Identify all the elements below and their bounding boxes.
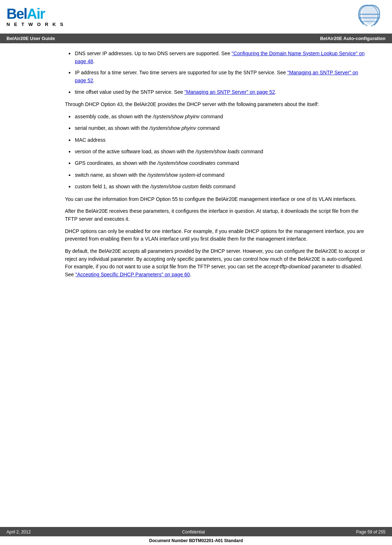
cmd-custom-fields: /system/show custom fields	[150, 184, 212, 189]
para-dhcp-option43: Through DHCP Option 43, the BelAir20E pr…	[65, 101, 370, 109]
bullet-assembly-after: command	[199, 114, 223, 119]
footer-bar: April 2, 2012 Confidential Page 59 of 25…	[0, 528, 392, 536]
bullet-custom-before: custom field 1, as shown with the	[75, 184, 150, 189]
para-dhcp-one-interface: DHCP options can only be enabled for one…	[65, 228, 370, 243]
para5-mid: parameter to	[310, 264, 342, 269]
bullet-list-top: DNS server IP addresses. Up to two DNS s…	[65, 50, 370, 96]
bullet-gps-after: command	[215, 160, 239, 166]
bullet-custom-after: command	[212, 184, 235, 189]
list-item: time offset value used by the SNTP servi…	[65, 88, 370, 96]
list-item: version of the active software load, as …	[65, 148, 370, 156]
list-item-content: IP address for a time server. Two time s…	[75, 69, 370, 84]
cmd-phyinv-2: /system/show phyinv	[150, 125, 196, 131]
list-item: custom field 1, as shown with the /syste…	[65, 183, 370, 191]
svg-rect-1	[358, 17, 380, 18]
para-by-default: By default, the BelAir20E accepts all pa…	[65, 247, 370, 279]
para5-end: .	[190, 272, 191, 277]
cmd-phyinv-1: /system/show phyinv	[153, 114, 199, 119]
list-item: IP address for a time server. Two time s…	[65, 69, 370, 84]
bullet-text-1-after: .	[93, 58, 94, 64]
page-header: BelAir N E T W O R K S	[0, 0, 392, 32]
cmd-coordinates: /system/show coordinates	[157, 160, 215, 166]
bullet-text-3-before: time offset value used by the SNTP servi…	[75, 89, 185, 95]
cmd-disabled: disabled	[342, 264, 361, 269]
para-after-receive: After the BelAir20E receives these param…	[65, 207, 370, 223]
bullet-assembly-before: assembly code, as shown with the	[75, 114, 153, 119]
footer-doc-number: Document Number BDTM02201-A01 Standard	[0, 536, 392, 545]
bullet-list-mid: assembly code, as shown with the /system…	[65, 113, 370, 191]
list-item-content: time offset value used by the SNTP servi…	[75, 88, 370, 96]
bullet-mac: MAC address	[75, 137, 106, 143]
title-bar: BelAir20E User Guide BelAir20E Auto-conf…	[0, 34, 392, 43]
footer-page-info: Page 59 of 255	[356, 529, 386, 535]
cmd-loads: /system/show loads	[195, 149, 239, 154]
bullet-text-2-before: IP address for a time server. Two time s…	[75, 70, 287, 75]
bullet-text-1-before: DNS server IP addresses. Up to two DNS s…	[75, 50, 232, 56]
doc-number-text: Document Number BDTM02201-A01 Standard	[149, 538, 243, 543]
page-footer: April 2, 2012 Confidential Page 59 of 25…	[0, 527, 392, 545]
bullet-text-2-after: .	[93, 78, 94, 83]
svg-rect-0	[360, 14, 379, 15]
logo-networks: N E T W O R K S	[6, 22, 65, 27]
bullet-switch-after: command	[201, 172, 224, 178]
bullet-serial-before: serial number, as shown with the	[75, 125, 150, 131]
belair-logo: BelAir N E T W O R K S	[6, 6, 65, 27]
link-accepting-dhcp[interactable]: "Accepting Specific DHCP Parameters" on …	[75, 272, 190, 277]
para-dhcp-option55: You can use the information from DHCP Op…	[65, 195, 370, 203]
footer-confidential: Confidential	[182, 529, 205, 535]
footer-date: April 2, 2012	[6, 529, 31, 535]
list-item: DNS server IP addresses. Up to two DNS s…	[65, 50, 370, 65]
list-item: MAC address	[65, 136, 370, 144]
left-title: BelAir20E User Guide	[6, 36, 55, 41]
list-item-content: DNS server IP addresses. Up to two DNS s…	[75, 50, 370, 65]
bullet-version-after: command	[239, 149, 263, 154]
list-item: switch name, as shown with the /system/s…	[65, 171, 370, 179]
list-item: serial number, as shown with the /system…	[65, 124, 370, 132]
list-item: GPS coordinates, as shown with the /syst…	[65, 159, 370, 167]
bullet-gps-before: GPS coordinates, as shown with the	[75, 160, 158, 166]
bullet-serial-after: command	[196, 125, 220, 131]
cmd-system-id: /system/show system-id	[147, 172, 201, 178]
bullet-version-before: version of the active software load, as …	[75, 149, 196, 154]
belair-icon	[353, 4, 386, 30]
cmd-accept-tftp: accept-tftp-download	[263, 264, 310, 269]
bullet-switch-before: switch name, as shown with the	[75, 172, 147, 178]
main-content: DNS server IP addresses. Up to two DNS s…	[0, 43, 392, 290]
list-item: assembly code, as shown with the /system…	[65, 113, 370, 121]
right-title: BelAir20E Auto-configuration	[320, 36, 386, 41]
svg-rect-2	[360, 21, 378, 22]
logo-text: BelAir	[6, 6, 45, 21]
bullet-text-3-after: .	[275, 89, 276, 95]
link-sntp-2[interactable]: "Managing an SNTP Server" on page 52	[184, 89, 275, 95]
